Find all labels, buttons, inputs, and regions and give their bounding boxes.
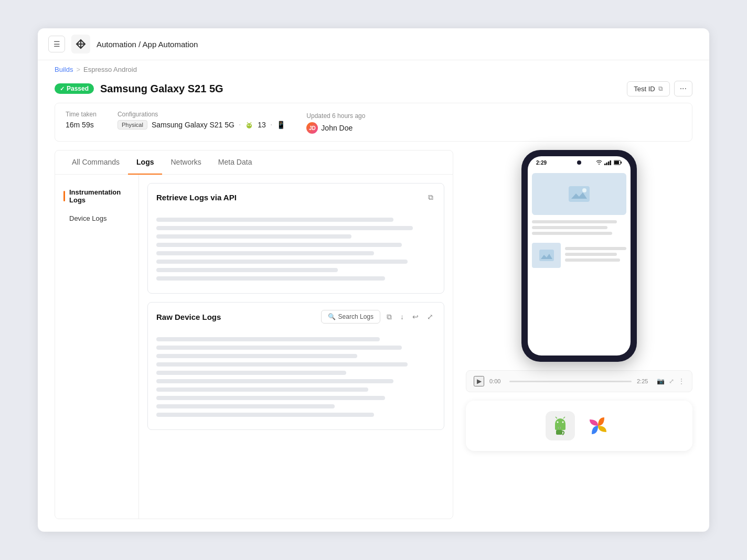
- svg-line-21: [556, 417, 557, 418]
- skeleton-line: [156, 396, 385, 400]
- phone-content-row: [532, 243, 626, 268]
- avatar: JD: [306, 122, 318, 134]
- skeleton-line: [156, 251, 374, 255]
- phone-image-small: [532, 243, 561, 268]
- config-card: Time taken 16m 59s Configurations Physic…: [55, 103, 692, 142]
- android-version: 13: [258, 121, 266, 129]
- skeleton-line: [156, 243, 402, 247]
- skeleton-line: [156, 260, 408, 264]
- svg-point-20: [562, 422, 564, 423]
- header: ☰ Automation / App Automation: [38, 28, 709, 60]
- svg-point-15: [582, 188, 586, 192]
- user-name: John Doe: [321, 124, 353, 132]
- tab-meta-data[interactable]: Meta Data: [210, 150, 261, 175]
- main-content: All Commands Logs Networks Meta Data Ins…: [38, 150, 709, 532]
- android-coffee-icon: [550, 415, 571, 436]
- copy-icon: ⧉: [387, 313, 392, 321]
- configurations-label: Configurations: [118, 111, 285, 118]
- phone-outer: 2:29: [521, 150, 637, 362]
- download-icon: ↓: [400, 313, 404, 321]
- phone-screen: 2:29: [528, 156, 631, 356]
- retrieve-logs-skeleton: [148, 211, 444, 293]
- expand-video-icon[interactable]: ⤢: [669, 378, 674, 385]
- search-logs-button[interactable]: 🔍 Search Logs: [321, 310, 380, 324]
- camera-icon: 📷: [657, 378, 665, 385]
- phone-time: 2:29: [536, 160, 547, 166]
- phone-mockup: 2:29: [521, 150, 637, 362]
- breadcrumb-builds[interactable]: Builds: [55, 66, 73, 73]
- raw-logs-header: Raw Device Logs 🔍 Search Logs ⧉: [148, 303, 444, 331]
- play-icon: ▶: [477, 378, 482, 385]
- sidebar-device-logs-label: Device Logs: [69, 214, 107, 222]
- android-app-icon: [546, 411, 575, 440]
- breadcrumb-separator: >: [76, 66, 80, 73]
- raw-logs-skeleton: [148, 331, 444, 429]
- more-options-button[interactable]: ···: [674, 81, 692, 96]
- configurations-item: Configurations Physical Samsung Galaxy S…: [118, 111, 285, 130]
- logs-sidebar: Instrumentation Logs Device Logs: [55, 175, 139, 519]
- raw-device-logs-card: Raw Device Logs 🔍 Search Logs ⧉: [147, 302, 444, 430]
- user-info: JD John Doe: [306, 122, 365, 134]
- tab-networks[interactable]: Networks: [162, 150, 209, 175]
- svg-rect-9: [608, 161, 610, 165]
- wrap-icon: ↩: [412, 313, 419, 321]
- android-icon: [245, 121, 253, 129]
- search-icon: 🔍: [328, 313, 336, 320]
- skeleton-line: [156, 387, 368, 392]
- updated-item: Updated 6 hours ago JD John Doe: [306, 111, 365, 134]
- svg-line-22: [563, 417, 565, 418]
- retrieve-logs-copy-button[interactable]: ⧉: [426, 191, 435, 204]
- svg-rect-8: [606, 163, 608, 165]
- svg-line-4: [247, 122, 248, 123]
- video-progress-bar[interactable]: [509, 381, 632, 382]
- time-taken-label: Time taken: [66, 111, 97, 118]
- wifi-icon: [596, 159, 602, 166]
- skeleton-line: [156, 218, 393, 222]
- breadcrumb-current: Espresso Android: [83, 66, 137, 73]
- svg-rect-14: [569, 186, 590, 202]
- menu-button[interactable]: ☰: [48, 36, 65, 52]
- tab-all-commands[interactable]: All Commands: [63, 150, 128, 175]
- menu-icon: ☰: [54, 40, 60, 48]
- copy-icon: ⧉: [428, 193, 433, 202]
- physical-badge: Physical: [118, 120, 147, 130]
- raw-logs-expand-button[interactable]: ⤢: [425, 310, 435, 323]
- phone-status-icons: [596, 159, 622, 166]
- video-controls: ▶ 0:00 2:25 📷 ⤢ ⋮: [466, 370, 692, 392]
- phone-skel-line: [532, 226, 607, 229]
- skeleton-line: [156, 413, 374, 417]
- phone-text-lines-2: [565, 247, 626, 264]
- skeleton-line: [156, 346, 402, 350]
- sidebar-item-device-logs[interactable]: Device Logs: [55, 209, 138, 228]
- play-button[interactable]: ▶: [474, 376, 484, 386]
- tab-logs[interactable]: Logs: [128, 150, 162, 175]
- raw-logs-copy-button[interactable]: ⧉: [385, 310, 394, 324]
- right-panel: 2:29: [466, 150, 692, 519]
- video-time-current: 0:00: [489, 378, 504, 384]
- video-time-total: 2:25: [637, 378, 652, 384]
- phone-camera: [577, 160, 581, 165]
- sidebar-instrumentation-label: Instrumentation Logs: [69, 188, 130, 204]
- sidebar-item-instrumentation-logs[interactable]: Instrumentation Logs: [55, 183, 138, 209]
- phone-skel-line: [565, 247, 626, 250]
- skeleton-line: [156, 276, 385, 281]
- battery-icon: [614, 160, 622, 165]
- page-title: Samsung Galaxy S21 5G: [100, 83, 223, 95]
- video-extra-icons: 📷 ⤢ ⋮: [657, 378, 685, 385]
- more-video-icon[interactable]: ⋮: [678, 378, 685, 385]
- image-icon-small: [539, 250, 554, 261]
- skeleton-line: [156, 362, 408, 367]
- bullet-separator: ·: [239, 120, 241, 130]
- svg-point-19: [557, 422, 559, 423]
- raw-logs-download-button[interactable]: ↓: [398, 310, 406, 323]
- updated-label: Updated 6 hours ago: [306, 112, 365, 120]
- svg-rect-7: [604, 164, 606, 165]
- raw-logs-wrap-button[interactable]: ↩: [410, 310, 421, 323]
- svg-line-5: [251, 122, 252, 123]
- skeleton-line: [156, 379, 393, 383]
- skeleton-line: [156, 404, 335, 408]
- header-title: Automation / App Automation: [97, 40, 198, 49]
- test-id-button[interactable]: Test ID ⧉: [627, 81, 669, 96]
- left-panel: All Commands Logs Networks Meta Data Ins…: [55, 150, 453, 519]
- more-icon: ···: [680, 84, 687, 93]
